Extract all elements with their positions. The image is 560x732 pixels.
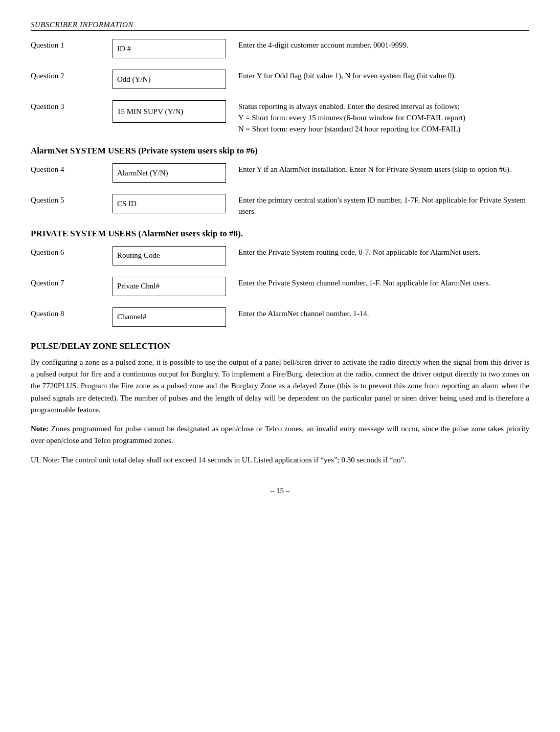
page-header: SUBSCRIBER INFORMATION — [31, 20, 529, 31]
pulse-ul-note: UL Note: The control unit total delay sh… — [31, 454, 529, 466]
pulse-note: Note: Zones programmed for pulse cannot … — [31, 423, 529, 447]
question-4-label: Question 4 — [31, 163, 113, 174]
question-8-label: Question 8 — [31, 307, 113, 318]
page-number: – 15 – — [31, 486, 529, 495]
question-7-row: Question 7 Private Chnl# Enter the Priva… — [31, 277, 529, 296]
alarmnet-heading: AlarmNet SYSTEM USERS (Private system us… — [31, 146, 529, 156]
pulse-title: PULSE/DELAY ZONE SELECTION — [31, 341, 529, 351]
pulse-body: By configuring a zone as a pulsed zone, … — [31, 357, 529, 416]
pulse-note-label: Note: — [31, 425, 49, 433]
question-8-desc: Enter the AlarmNet channel number, 1-14. — [238, 307, 529, 320]
question-8-row: Question 8 Channel# Enter the AlarmNet c… — [31, 307, 529, 327]
question-5-desc: Enter the primary central station's syst… — [238, 194, 529, 217]
question-1-label: Question 1 — [31, 39, 113, 50]
private-heading: PRIVATE SYSTEM USERS (AlarmNet users ski… — [31, 229, 529, 239]
question-2-label: Question 2 — [31, 70, 113, 80]
question-7-desc: Enter the Private System channel number,… — [238, 277, 529, 289]
question-6-row: Question 6 Routing Code Enter the Privat… — [31, 246, 529, 265]
question-3-label: Question 3 — [31, 100, 113, 111]
question-2-desc: Enter Y for Odd flag (bit value 1), N fo… — [238, 70, 529, 82]
question-3-input[interactable]: 15 MIN SUPV (Y/N) — [113, 100, 226, 123]
question-3-row: Question 3 15 MIN SUPV (Y/N) Status repo… — [31, 100, 529, 135]
question-1-desc: Enter the 4-digit customer account numbe… — [238, 39, 529, 51]
pulse-note-body: Zones programmed for pulse cannot be des… — [31, 425, 529, 445]
question-4-desc: Enter Y if an AlarmNet installation. Ent… — [238, 163, 529, 175]
question-4-input[interactable]: AlarmNet (Y/N) — [113, 163, 226, 183]
question-8-input[interactable]: Channel# — [113, 307, 226, 327]
question-6-label: Question 6 — [31, 246, 113, 257]
question-1-input[interactable]: ID # — [113, 39, 226, 58]
question-6-input[interactable]: Routing Code — [113, 246, 226, 265]
question-3-desc-line3: N = Short form: every hour (standard 24 … — [238, 125, 460, 133]
question-7-input[interactable]: Private Chnl# — [113, 277, 226, 296]
question-5-input[interactable]: CS ID — [113, 194, 226, 213]
question-5-label: Question 5 — [31, 194, 113, 205]
question-1-row: Question 1 ID # Enter the 4-digit custom… — [31, 39, 529, 58]
question-3-desc-line2: Y = Short form: every 15 minutes (6-hour… — [238, 114, 465, 122]
question-5-row: Question 5 CS ID Enter the primary centr… — [31, 194, 529, 217]
question-7-label: Question 7 — [31, 277, 113, 287]
question-3-desc-line1: Status reporting is always enabled. Ente… — [238, 102, 460, 110]
question-3-desc: Status reporting is always enabled. Ente… — [238, 100, 529, 135]
question-6-desc: Enter the Private System routing code, 0… — [238, 246, 529, 258]
question-2-row: Question 2 Odd (Y/N) Enter Y for Odd fla… — [31, 70, 529, 89]
question-4-row: Question 4 AlarmNet (Y/N) Enter Y if an … — [31, 163, 529, 183]
question-2-input[interactable]: Odd (Y/N) — [113, 70, 226, 89]
